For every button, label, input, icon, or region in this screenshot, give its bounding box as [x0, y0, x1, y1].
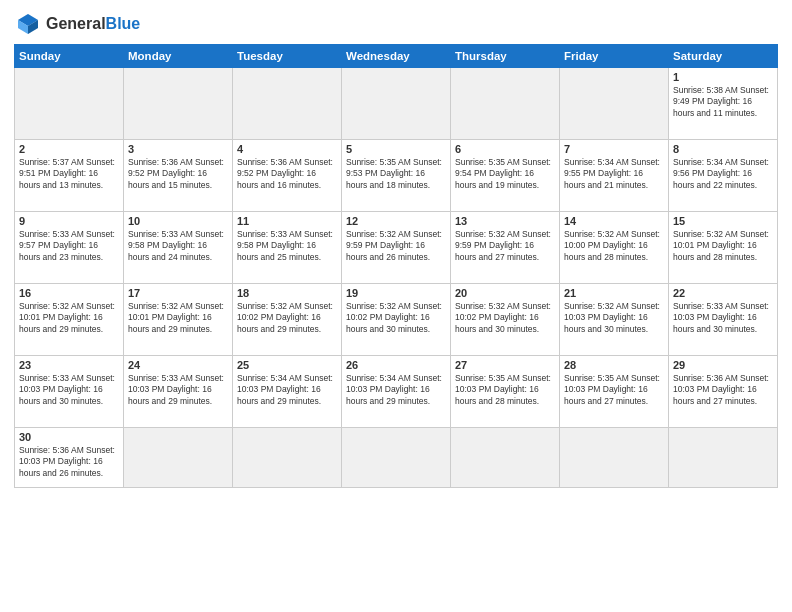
weekday-header: Sunday	[15, 45, 124, 68]
day-number: 20	[455, 287, 555, 299]
weekday-header: Monday	[124, 45, 233, 68]
calendar-week-row: 9Sunrise: 5:33 AM Sunset: 9:57 PM Daylig…	[15, 212, 778, 284]
day-number: 28	[564, 359, 664, 371]
calendar-cell: 8Sunrise: 5:34 AM Sunset: 9:56 PM Daylig…	[669, 140, 778, 212]
calendar-cell: 20Sunrise: 5:32 AM Sunset: 10:02 PM Dayl…	[451, 284, 560, 356]
day-number: 17	[128, 287, 228, 299]
calendar-cell	[342, 428, 451, 488]
calendar-table: SundayMondayTuesdayWednesdayThursdayFrid…	[14, 44, 778, 488]
day-number: 8	[673, 143, 773, 155]
calendar-cell	[451, 428, 560, 488]
calendar-cell: 21Sunrise: 5:32 AM Sunset: 10:03 PM Dayl…	[560, 284, 669, 356]
calendar-cell: 23Sunrise: 5:33 AM Sunset: 10:03 PM Dayl…	[15, 356, 124, 428]
calendar-cell: 24Sunrise: 5:33 AM Sunset: 10:03 PM Dayl…	[124, 356, 233, 428]
day-info: Sunrise: 5:34 AM Sunset: 10:03 PM Daylig…	[237, 373, 337, 407]
day-number: 29	[673, 359, 773, 371]
calendar-cell: 26Sunrise: 5:34 AM Sunset: 10:03 PM Dayl…	[342, 356, 451, 428]
calendar-cell: 14Sunrise: 5:32 AM Sunset: 10:00 PM Dayl…	[560, 212, 669, 284]
day-info: Sunrise: 5:33 AM Sunset: 10:03 PM Daylig…	[673, 301, 773, 335]
day-info: Sunrise: 5:33 AM Sunset: 9:58 PM Dayligh…	[128, 229, 228, 263]
calendar-cell: 1Sunrise: 5:38 AM Sunset: 9:49 PM Daylig…	[669, 68, 778, 140]
day-info: Sunrise: 5:36 AM Sunset: 10:03 PM Daylig…	[673, 373, 773, 407]
calendar-week-row: 16Sunrise: 5:32 AM Sunset: 10:01 PM Dayl…	[15, 284, 778, 356]
day-info: Sunrise: 5:32 AM Sunset: 9:59 PM Dayligh…	[455, 229, 555, 263]
day-info: Sunrise: 5:35 AM Sunset: 9:54 PM Dayligh…	[455, 157, 555, 191]
calendar-cell	[342, 68, 451, 140]
day-info: Sunrise: 5:32 AM Sunset: 10:02 PM Daylig…	[237, 301, 337, 335]
day-info: Sunrise: 5:35 AM Sunset: 10:03 PM Daylig…	[564, 373, 664, 407]
day-info: Sunrise: 5:33 AM Sunset: 9:57 PM Dayligh…	[19, 229, 119, 263]
calendar-cell	[124, 428, 233, 488]
day-number: 3	[128, 143, 228, 155]
logo: GeneralBlue	[14, 10, 140, 38]
calendar-cell: 27Sunrise: 5:35 AM Sunset: 10:03 PM Dayl…	[451, 356, 560, 428]
calendar-cell: 19Sunrise: 5:32 AM Sunset: 10:02 PM Dayl…	[342, 284, 451, 356]
day-info: Sunrise: 5:33 AM Sunset: 10:03 PM Daylig…	[128, 373, 228, 407]
calendar-cell	[560, 428, 669, 488]
day-info: Sunrise: 5:32 AM Sunset: 10:00 PM Daylig…	[564, 229, 664, 263]
calendar-cell	[669, 428, 778, 488]
day-number: 15	[673, 215, 773, 227]
calendar-cell: 11Sunrise: 5:33 AM Sunset: 9:58 PM Dayli…	[233, 212, 342, 284]
day-info: Sunrise: 5:35 AM Sunset: 9:53 PM Dayligh…	[346, 157, 446, 191]
calendar-cell: 6Sunrise: 5:35 AM Sunset: 9:54 PM Daylig…	[451, 140, 560, 212]
day-number: 19	[346, 287, 446, 299]
day-info: Sunrise: 5:36 AM Sunset: 9:52 PM Dayligh…	[128, 157, 228, 191]
calendar-cell	[124, 68, 233, 140]
calendar-cell: 4Sunrise: 5:36 AM Sunset: 9:52 PM Daylig…	[233, 140, 342, 212]
day-info: Sunrise: 5:32 AM Sunset: 9:59 PM Dayligh…	[346, 229, 446, 263]
day-info: Sunrise: 5:32 AM Sunset: 10:01 PM Daylig…	[673, 229, 773, 263]
calendar-cell	[451, 68, 560, 140]
calendar-cell: 5Sunrise: 5:35 AM Sunset: 9:53 PM Daylig…	[342, 140, 451, 212]
calendar-cell: 12Sunrise: 5:32 AM Sunset: 9:59 PM Dayli…	[342, 212, 451, 284]
day-info: Sunrise: 5:32 AM Sunset: 10:01 PM Daylig…	[19, 301, 119, 335]
calendar-week-row: 2Sunrise: 5:37 AM Sunset: 9:51 PM Daylig…	[15, 140, 778, 212]
day-number: 10	[128, 215, 228, 227]
day-number: 4	[237, 143, 337, 155]
day-number: 18	[237, 287, 337, 299]
page: GeneralBlue SundayMondayTuesdayWednesday…	[0, 0, 792, 612]
day-number: 13	[455, 215, 555, 227]
day-info: Sunrise: 5:32 AM Sunset: 10:02 PM Daylig…	[346, 301, 446, 335]
day-info: Sunrise: 5:36 AM Sunset: 9:52 PM Dayligh…	[237, 157, 337, 191]
calendar-cell: 17Sunrise: 5:32 AM Sunset: 10:01 PM Dayl…	[124, 284, 233, 356]
day-info: Sunrise: 5:34 AM Sunset: 9:55 PM Dayligh…	[564, 157, 664, 191]
calendar-cell: 9Sunrise: 5:33 AM Sunset: 9:57 PM Daylig…	[15, 212, 124, 284]
day-info: Sunrise: 5:36 AM Sunset: 10:03 PM Daylig…	[19, 445, 119, 479]
weekday-header-row: SundayMondayTuesdayWednesdayThursdayFrid…	[15, 45, 778, 68]
day-number: 21	[564, 287, 664, 299]
day-number: 1	[673, 71, 773, 83]
day-number: 9	[19, 215, 119, 227]
calendar-cell: 16Sunrise: 5:32 AM Sunset: 10:01 PM Dayl…	[15, 284, 124, 356]
day-number: 7	[564, 143, 664, 155]
calendar-cell	[15, 68, 124, 140]
calendar-cell: 30Sunrise: 5:36 AM Sunset: 10:03 PM Dayl…	[15, 428, 124, 488]
calendar-cell: 22Sunrise: 5:33 AM Sunset: 10:03 PM Dayl…	[669, 284, 778, 356]
day-info: Sunrise: 5:32 AM Sunset: 10:02 PM Daylig…	[455, 301, 555, 335]
day-number: 5	[346, 143, 446, 155]
calendar-cell: 25Sunrise: 5:34 AM Sunset: 10:03 PM Dayl…	[233, 356, 342, 428]
day-info: Sunrise: 5:32 AM Sunset: 10:01 PM Daylig…	[128, 301, 228, 335]
day-number: 26	[346, 359, 446, 371]
day-info: Sunrise: 5:33 AM Sunset: 9:58 PM Dayligh…	[237, 229, 337, 263]
day-number: 30	[19, 431, 119, 443]
calendar-cell: 13Sunrise: 5:32 AM Sunset: 9:59 PM Dayli…	[451, 212, 560, 284]
calendar-cell: 29Sunrise: 5:36 AM Sunset: 10:03 PM Dayl…	[669, 356, 778, 428]
calendar-cell: 10Sunrise: 5:33 AM Sunset: 9:58 PM Dayli…	[124, 212, 233, 284]
day-info: Sunrise: 5:34 AM Sunset: 10:03 PM Daylig…	[346, 373, 446, 407]
day-number: 16	[19, 287, 119, 299]
day-info: Sunrise: 5:37 AM Sunset: 9:51 PM Dayligh…	[19, 157, 119, 191]
day-info: Sunrise: 5:34 AM Sunset: 9:56 PM Dayligh…	[673, 157, 773, 191]
calendar-cell	[233, 68, 342, 140]
day-info: Sunrise: 5:38 AM Sunset: 9:49 PM Dayligh…	[673, 85, 773, 119]
day-number: 12	[346, 215, 446, 227]
logo-text: GeneralBlue	[46, 15, 140, 33]
day-number: 6	[455, 143, 555, 155]
calendar-cell: 2Sunrise: 5:37 AM Sunset: 9:51 PM Daylig…	[15, 140, 124, 212]
weekday-header: Saturday	[669, 45, 778, 68]
calendar-cell: 18Sunrise: 5:32 AM Sunset: 10:02 PM Dayl…	[233, 284, 342, 356]
header: GeneralBlue	[14, 10, 778, 38]
weekday-header: Friday	[560, 45, 669, 68]
day-number: 11	[237, 215, 337, 227]
logo-icon	[14, 10, 42, 38]
